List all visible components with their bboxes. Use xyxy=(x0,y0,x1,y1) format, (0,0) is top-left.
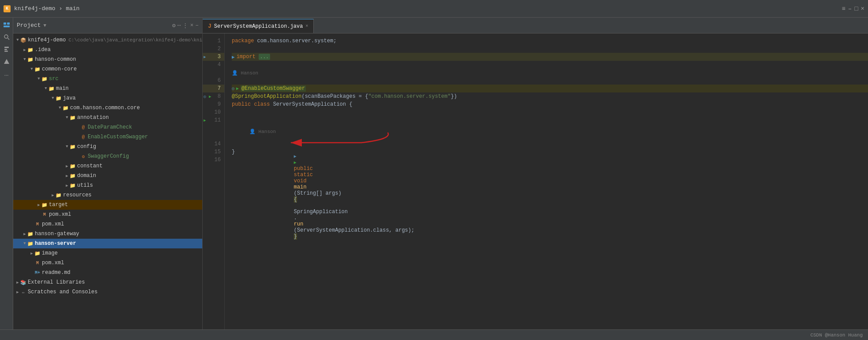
fn-run: run xyxy=(294,221,304,227)
expand-icon[interactable]: ↔ xyxy=(178,22,181,29)
import-dots[interactable]: ... xyxy=(259,54,270,60)
code-line-8: @SpringBootApplication ( scanBasePackage… xyxy=(232,92,868,100)
arrow-dateparam xyxy=(75,125,80,130)
code-content[interactable]: package com.hanson.server.system ; ▶ imp… xyxy=(225,33,868,329)
tree-item-main[interactable]: ▼ 📁 main xyxy=(13,84,202,93)
str-package: "com.hanson.server.system" xyxy=(368,93,451,100)
arrow-pom-common xyxy=(29,222,34,227)
kw-import: import xyxy=(237,54,259,60)
fn-main: main xyxy=(294,184,307,190)
brace-open-9: { xyxy=(349,101,352,107)
code-line-15: } xyxy=(232,148,868,156)
md-readme-icon: M+ xyxy=(34,270,41,276)
fold-main-icon[interactable]: ▶ xyxy=(294,154,297,159)
branch-name: main xyxy=(66,5,79,12)
svg-rect-6 xyxy=(4,49,7,50)
line-num-2: 2 xyxy=(203,45,224,53)
run-main-icon[interactable]: ▶ xyxy=(294,160,297,165)
tree-item-constant[interactable]: ▶ 📁 constant xyxy=(13,161,202,171)
app-logo: K xyxy=(4,5,11,12)
paren-open-8: ( xyxy=(301,93,304,100)
tree-label-pom-inner: pom.xml xyxy=(49,211,71,218)
arrow-resources: ▶ xyxy=(50,192,56,198)
line-num-6: 6 xyxy=(203,77,224,85)
tree-item-pom-common[interactable]: M pom.xml xyxy=(13,219,202,229)
close-icon[interactable]: × xyxy=(861,5,864,12)
tree-item-swaggerconfig[interactable]: ⚙ SwaggerConfig xyxy=(13,152,202,161)
tree-item-ext-libs[interactable]: ▶ 📚 External Libraries xyxy=(13,277,202,287)
folder-main-icon: 📁 xyxy=(48,85,55,92)
project-dropdown[interactable]: ▼ xyxy=(44,23,47,28)
menu-icon[interactable]: ≡ xyxy=(842,5,845,12)
tree-item-resources[interactable]: ▶ 📁 resources xyxy=(13,190,202,200)
gutter-run-11[interactable]: ▶ xyxy=(204,118,206,123)
tree-item-hanson-gateway[interactable]: ▶ 📁 hanson-gateway xyxy=(13,229,202,239)
maximize-icon[interactable]: □ xyxy=(854,5,858,12)
sidebar-icon-more[interactable]: … xyxy=(1,69,12,79)
folder-server-icon: 📁 xyxy=(27,240,33,247)
tree-item-annotation[interactable]: ▼ 📁 annotation xyxy=(13,113,202,122)
tree-label-hanson-common: hanson-common xyxy=(35,56,76,63)
tree-item-hanson-server[interactable]: ▼ 📁 hanson-server xyxy=(13,239,202,248)
tree-item-image[interactable]: ▶ 📁 image xyxy=(13,248,202,258)
tree-label-common-core: common-core xyxy=(42,66,77,72)
tree-item-idea[interactable]: ▶ 📁 .idea xyxy=(13,45,202,55)
tree-item-src[interactable]: ▼ 📁 src xyxy=(13,74,202,84)
sync-icon[interactable]: ⚙ xyxy=(172,22,176,29)
tab-java-icon: J xyxy=(208,23,211,30)
tree-item-readme[interactable]: M+ readme.md xyxy=(13,268,202,277)
folder-domain-icon: 📁 xyxy=(70,173,76,179)
tree-label-hanson-server: hanson-server xyxy=(35,240,76,247)
annotation-dateparam-icon: @ xyxy=(80,124,86,130)
tree-item-enableswagger[interactable]: @ EnableCustomSwagger xyxy=(13,132,202,142)
arrow-gateway: ▶ xyxy=(22,231,27,237)
svg-rect-1 xyxy=(4,26,10,27)
tree-item-domain[interactable]: ▶ 📁 domain xyxy=(13,171,202,181)
gutter-run-8[interactable]: ▶ xyxy=(209,94,211,99)
tree-item-config[interactable]: ▼ 📁 config xyxy=(13,142,202,152)
code-line-1: package com.hanson.server.system ; xyxy=(232,37,868,45)
line-numbers: 1 2 ▶ 3 4 6 7 ◎ ▶ 8 9 10 xyxy=(203,33,225,329)
xml-pom-server-icon: M xyxy=(34,260,41,266)
tree-label-knife4j-demo: knife4j-demo xyxy=(28,37,66,43)
tree-label-utils: utils xyxy=(77,182,93,188)
kw-void: void xyxy=(294,178,310,184)
tab-close-button[interactable]: × xyxy=(305,24,308,29)
eq-8: = xyxy=(356,93,365,100)
tree-item-utils[interactable]: ▶ 📁 utils xyxy=(13,181,202,190)
branch-indicator: › xyxy=(59,5,63,12)
code-line-16 xyxy=(232,156,868,164)
sidebar-icon-project[interactable] xyxy=(1,19,12,30)
folder-constant-icon: 📁 xyxy=(70,163,76,169)
sidebar-icon-find[interactable] xyxy=(1,32,12,42)
close-panel-icon[interactable]: × xyxy=(190,22,193,29)
tree-item-java[interactable]: ▼ 📁 java xyxy=(13,93,202,103)
class-swaggerconfig-icon: ⚙ xyxy=(80,153,86,159)
tab-server-application[interactable]: J ServerSystemApplication.java × xyxy=(203,19,314,33)
tree-item-dateparam[interactable]: @ DateParamCheck xyxy=(13,122,202,132)
annotation-enableswagger-icon: @ xyxy=(80,134,86,140)
options-icon[interactable]: ⋮ xyxy=(182,22,188,29)
code-line-7: ◎ ▶ @EnableCustomSwagger xyxy=(232,85,868,92)
fold-arrow-import[interactable]: ▶ xyxy=(232,54,235,60)
line-num-16: 16 xyxy=(203,156,224,164)
tree-item-common-core[interactable]: ▼ 📁 common-core xyxy=(13,64,202,74)
sidebar-icon-structure[interactable] xyxy=(1,44,12,55)
tree-item-pkg[interactable]: ▼ 📁 com.hanson.common.core xyxy=(13,103,202,113)
tree-item-scratches[interactable]: ▶ ✏ Scratches and Consoles xyxy=(13,287,202,297)
minimize-icon[interactable]: – xyxy=(848,5,852,12)
main-layout: … Project ▼ ⚙ ↔ ⋮ × – ▼ 📦 knife4j-demo C… xyxy=(0,18,868,329)
sidebar-icon-maven[interactable] xyxy=(1,56,12,67)
tree-item-pom-inner[interactable]: M pom.xml xyxy=(13,210,202,219)
tree-item-target[interactable]: ▶ 📁 target xyxy=(13,200,202,210)
ann-enablecustomswagger: @EnableCustomSwagger xyxy=(241,85,306,92)
tree-item-hanson-common[interactable]: ▼ 📁 hanson-common xyxy=(13,55,202,64)
code-editor[interactable]: 1 2 ▶ 3 4 6 7 ◎ ▶ 8 9 10 xyxy=(203,33,868,329)
run-icon-line7[interactable]: ▶ xyxy=(236,86,239,91)
minimize-panel-icon[interactable]: – xyxy=(195,22,199,29)
line-num-7: 7 xyxy=(203,85,224,92)
tree-label-pom-server: pom.xml xyxy=(42,260,64,266)
tree-item-pom-server[interactable]: M pom.xml xyxy=(13,258,202,268)
arrow-pom-inner xyxy=(36,212,41,217)
tree-item-knife4j-demo[interactable]: ▼ 📦 knife4j-demo C:\code\java\java_integ… xyxy=(13,35,202,45)
